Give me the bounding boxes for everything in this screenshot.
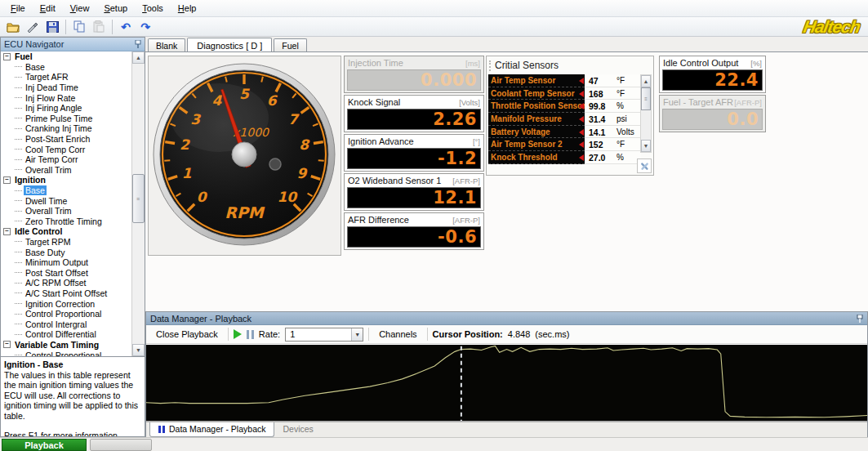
save-icon[interactable] [43, 19, 61, 35]
tab-diagnostics[interactable]: Diagnostics [ D ] [187, 38, 272, 52]
tree-item-a-c-start-point-offset[interactable]: A/C Start Point Offset [1, 288, 133, 299]
tree-item-post-start-enrich[interactable]: Post-Start Enrich [1, 134, 133, 145]
tree-item-base[interactable]: Base [1, 62, 133, 73]
tree-item-post-start-offset[interactable]: Post Start Offset [1, 267, 133, 278]
diagnostics-page: 012345678910x1000RPM Injection Time[ms] … [145, 51, 868, 311]
tree-item-inj-flow-rate[interactable]: Inj Flow Rate [1, 92, 133, 103]
tree-item-ignition-correction[interactable]: Ignition Correction [1, 298, 133, 309]
tree-item-minimum-output[interactable]: Minimum Output [1, 257, 133, 268]
tab-blank[interactable]: Blank [148, 38, 185, 51]
sensor-row-battery-voltage[interactable]: Battery Voltage14.1Volts [488, 126, 641, 139]
sensor-row-air-temp-sensor-2[interactable]: Air Temp Sensor 2152°F [488, 138, 641, 151]
tree-item-idle-control[interactable]: −Idle Control [1, 226, 133, 237]
tree-item-ignition[interactable]: −Ignition [1, 175, 133, 185]
tab-devices[interactable]: Devices [274, 422, 321, 436]
tree-item-variable-cam-timing[interactable]: −Variable Cam Timing [1, 340, 133, 351]
redo-icon[interactable]: ↷ [136, 19, 154, 35]
tree-item-target-afr[interactable]: Target AFR [1, 72, 133, 83]
help-body: The values in this table represent the m… [4, 370, 141, 422]
collapse-icon[interactable]: − [3, 228, 11, 235]
menu-view[interactable]: View [63, 2, 97, 15]
tree-item-label: Target RPM [24, 237, 72, 247]
tree-item-overall-trim[interactable]: Overall Trim [1, 206, 133, 217]
tree-item-dwell-time[interactable]: Dwell Time [1, 195, 133, 206]
value-reading: -0.6 [438, 227, 480, 247]
copy-icon[interactable] [70, 19, 88, 35]
pin-icon[interactable] [857, 315, 863, 323]
sensor-unit: °F [615, 87, 641, 100]
tree-item-air-temp-corr[interactable]: Air Temp Corr [1, 154, 133, 165]
scroll-down-icon[interactable]: ▼ [641, 140, 651, 152]
tree-item-cool-temp-corr[interactable]: Cool Temp Corr [1, 144, 133, 154]
tree-item-label: Post Start Offset [24, 268, 90, 278]
sensor-row-throttle-position-sensor[interactable]: Throttle Position Sensor99.8% [488, 100, 641, 113]
menu-tools[interactable]: Tools [135, 2, 171, 15]
pin-icon[interactable] [135, 40, 141, 48]
tree-item-zero-throttle-timing[interactable]: Zero Throttle Timing [1, 217, 133, 227]
paste-icon[interactable] [90, 19, 108, 35]
rate-select[interactable]: 1 ▼ [285, 328, 363, 342]
sensor-name: Knock Threshold [488, 151, 585, 164]
sensor-row-coolant-temp-sensor[interactable]: Coolant Temp Sensor168°F [488, 87, 641, 100]
scroll-down-icon[interactable]: ▼ [132, 344, 145, 356]
value-box-afr-difference: AFR Difference[AFR-P] -0.6 [344, 212, 484, 250]
tree-item-label: Overall Trim [24, 206, 73, 216]
play-icon[interactable] [234, 329, 242, 339]
tree-item-target-rpm[interactable]: Target RPM [1, 237, 133, 248]
tree-branch-line [15, 355, 22, 355]
tree-item-overall-trim[interactable]: Overall Trim [1, 165, 133, 176]
value-reading: -1.2 [438, 149, 480, 168]
tree-item-label: A/C Start Point Offset [24, 288, 109, 298]
sensors-settings-button[interactable] [637, 159, 652, 173]
tree-item-control-proportional[interactable]: Control Proportional [1, 350, 133, 356]
sensor-row-air-temp-sensor[interactable]: Air Temp Sensor47°F [488, 74, 641, 87]
value-label: Ignition Advance [348, 136, 414, 146]
chevron-down-icon[interactable]: ▼ [351, 328, 363, 341]
tab-label: Devices [283, 424, 313, 434]
tree-item-control-proportional[interactable]: Control Proportional [1, 309, 133, 319]
sensor-value: 14.1 [585, 126, 615, 139]
pause-icon[interactable] [247, 330, 254, 339]
value-reading: 2.26 [433, 109, 480, 129]
tree-item-fuel[interactable]: −Fuel [1, 51, 133, 62]
collapse-icon[interactable]: − [3, 53, 11, 60]
tab-data-manager-playback[interactable]: Data Manager - Playback [149, 422, 274, 437]
tab-fuel[interactable]: Fuel [274, 38, 306, 51]
menu-setup[interactable]: Setup [96, 2, 135, 15]
sidebar-scrollbar[interactable]: ▲ ≡ ▼ [131, 51, 145, 356]
menu-file[interactable]: File [3, 2, 33, 15]
close-playback-button[interactable]: Close Playback [151, 328, 223, 341]
tree-item-label: Ignition [13, 175, 47, 185]
tab-label: Data Manager - Playback [169, 424, 265, 434]
data-manager-title: Data Manager - Playback [150, 314, 251, 324]
svg-text:5: 5 [239, 86, 250, 102]
tree-item-control-differential[interactable]: Control Differential [1, 329, 133, 340]
scroll-up-icon[interactable]: ▲ [641, 75, 651, 87]
undo-icon[interactable]: ↶ [117, 19, 135, 35]
menu-help[interactable]: Help [171, 2, 204, 15]
channels-button[interactable]: Channels [374, 328, 421, 341]
menu-edit[interactable]: Edit [33, 2, 63, 15]
collapse-icon[interactable]: − [3, 341, 11, 348]
sensor-row-manifold-pressure[interactable]: Manifold Pressure31.4psi [488, 113, 641, 126]
tree-item-base-duty[interactable]: Base Duty [1, 247, 133, 257]
open-file-icon[interactable] [4, 19, 22, 35]
sensor-row-knock-threshold[interactable]: Knock Threshold27.0% [488, 151, 641, 164]
scrollbar-thumb[interactable]: ≡ [641, 87, 651, 110]
connect-icon[interactable] [24, 19, 42, 35]
playback-chart[interactable] [146, 344, 867, 422]
tree-branch-line [15, 252, 22, 252]
tree-item-control-intergral[interactable]: Control Intergral [1, 319, 133, 329]
scrollbar-thumb[interactable]: ≡ [132, 174, 145, 223]
sensor-value: 152 [585, 138, 615, 151]
tree-item-cranking-inj-time[interactable]: Cranking Inj Time [1, 123, 133, 134]
tree-item-base[interactable]: Base [1, 185, 133, 196]
tree-item-inj-firing-angle[interactable]: Inj Firing Angle [1, 103, 133, 114]
sensors-scrollbar[interactable]: ▲ ≡ ▼ [640, 74, 652, 153]
tree-item-inj-dead-time[interactable]: Inj Dead Time [1, 83, 133, 93]
tree-item-a-c-rpm-offset[interactable]: A/C RPM Offset [1, 278, 133, 288]
collapse-icon[interactable]: − [3, 176, 11, 184]
scroll-up-icon[interactable]: ▲ [132, 51, 145, 64]
tree-item-prime-pulse-time[interactable]: Prime Pulse Time [1, 114, 133, 124]
ecu-navigator-header: ECU Navigator [1, 38, 145, 51]
